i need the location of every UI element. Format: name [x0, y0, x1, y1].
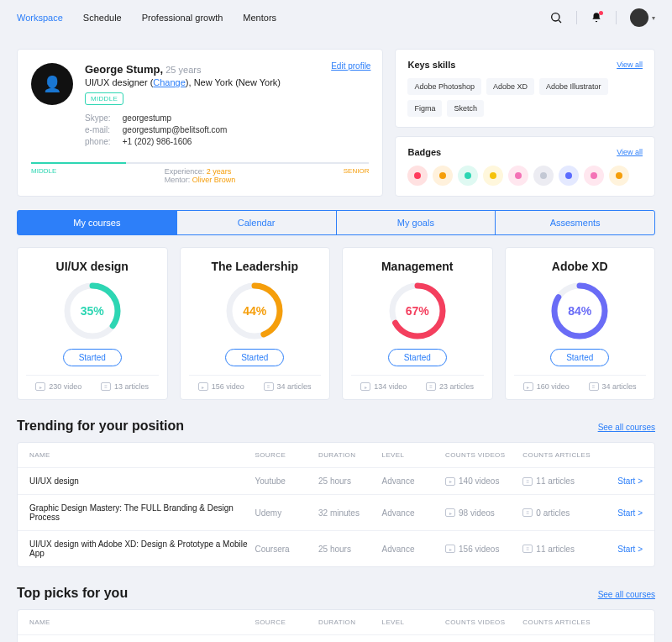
video-icon: ▸: [445, 477, 455, 486]
profile-role: UI/UX designer (Change), New York (New Y…: [85, 77, 281, 87]
trending-table: NAMESOURCEDURATIONLEVELCOUNTS VIDEOSCOUN…: [17, 442, 655, 567]
course-card: Adobe XD84%Started▸160 video≡34 articles: [505, 247, 656, 400]
table-row: UI/UX designYoutube25 hoursAdvance▸140 v…: [18, 467, 654, 494]
video-count: ▸230 video: [35, 382, 81, 391]
video-icon: ▸: [198, 382, 208, 391]
user-menu[interactable]: ▾: [630, 8, 655, 27]
article-icon: ≡: [522, 545, 533, 553]
course-source: Youtube: [255, 476, 319, 486]
course-card: Management67%Started▸134 video≡23 articl…: [342, 247, 493, 400]
picks-title: Top picks for you: [17, 586, 128, 601]
course-title: The Leadership: [189, 260, 322, 273]
skill-chip[interactable]: Sketch: [447, 100, 484, 117]
level-progress: [31, 162, 369, 164]
tab-calendar[interactable]: Calendar: [176, 210, 337, 235]
top-bar: WorkspaceScheduleProfessional growthMent…: [0, 0, 672, 35]
article-icon: ≡: [426, 382, 436, 391]
svg-point-9: [591, 172, 597, 179]
tab-my-goals[interactable]: My goals: [336, 210, 496, 235]
started-button[interactable]: Started: [225, 349, 284, 366]
course-source: Coursera: [255, 545, 319, 554]
nav-schedule[interactable]: Schedule: [83, 13, 122, 23]
change-role-link[interactable]: Change: [153, 77, 186, 87]
table-row: UI/UX design with Adobe XD: Design & Pro…: [18, 530, 654, 566]
course-title: UI/UX design: [26, 260, 159, 273]
started-button[interactable]: Started: [388, 349, 447, 366]
video-icon: ▸: [360, 382, 370, 391]
picks-see-all[interactable]: See all courses: [598, 590, 655, 599]
bell-icon[interactable]: [591, 12, 602, 24]
profile-name: George Stump,: [85, 63, 163, 76]
video-icon: ▸: [35, 382, 45, 391]
course-level: Advance: [382, 545, 446, 554]
svg-point-4: [465, 172, 471, 179]
table-row: Mobile App Design in Photoshop From Scra…: [18, 634, 654, 642]
article-icon: ≡: [589, 382, 599, 391]
badge-icon[interactable]: [559, 166, 579, 186]
tab-my-courses[interactable]: My courses: [17, 210, 177, 235]
start-link[interactable]: Start >: [601, 545, 643, 554]
course-videos: ▸156 videos: [445, 545, 522, 554]
badges-view-all[interactable]: View all: [617, 148, 643, 156]
badge-icon[interactable]: [584, 166, 604, 186]
video-icon: ▸: [445, 545, 455, 553]
nav-professional-growth[interactable]: Professional growth: [142, 13, 223, 23]
contact-block: Skype: georgestump e-mail: georgestump@b…: [85, 113, 281, 146]
start-link[interactable]: Start >: [601, 476, 643, 486]
table-row: Graphic Design Mastery: The FULL Brandin…: [18, 494, 654, 530]
progress-left: MIDDLE: [31, 167, 56, 184]
course-articles: ≡11 articles: [522, 476, 600, 486]
progress-ring: 67%: [388, 282, 447, 340]
course-name: UI/UX design with Adobe XD: Design & Pro…: [29, 539, 255, 558]
nav-mentors[interactable]: Mentors: [243, 13, 276, 23]
badge-icon[interactable]: [533, 166, 554, 186]
svg-point-0: [552, 13, 559, 21]
article-count: ≡13 articles: [101, 382, 149, 391]
divider: [576, 11, 577, 24]
started-button[interactable]: Started: [550, 349, 609, 366]
search-icon[interactable]: [549, 11, 563, 24]
skill-chip[interactable]: Adobe XD: [486, 78, 534, 95]
badge-icon[interactable]: [458, 166, 478, 186]
start-link[interactable]: Start >: [601, 508, 643, 518]
badge-icon[interactable]: [508, 166, 528, 186]
badge-icon[interactable]: [609, 166, 629, 186]
trending-see-all[interactable]: See all courses: [598, 423, 655, 432]
course-level: Advance: [382, 476, 446, 486]
progress-ring: 84%: [550, 282, 609, 340]
tab-assesments[interactable]: Assesments: [495, 210, 655, 235]
video-count: ▸160 video: [523, 382, 570, 391]
course-title: Adobe XD: [514, 260, 647, 273]
badge-icon[interactable]: [433, 166, 453, 186]
edit-profile-link[interactable]: Edit profile: [331, 61, 370, 71]
started-button[interactable]: Started: [63, 349, 122, 366]
badge-icon[interactable]: [407, 166, 428, 186]
skill-chip[interactable]: Adobe Illustrator: [539, 78, 608, 95]
svg-line-1: [559, 20, 561, 23]
avatar: [630, 8, 648, 27]
nav-workspace[interactable]: Workspace: [17, 13, 63, 23]
course-duration: 25 hours: [318, 476, 382, 486]
video-icon: ▸: [445, 508, 455, 517]
skills-view-all[interactable]: View all: [617, 61, 643, 69]
course-duration: 25 hours: [318, 545, 382, 554]
video-count: ▸134 video: [360, 382, 407, 391]
svg-point-6: [515, 172, 522, 179]
skills-title: Keys skills: [407, 60, 455, 70]
picks-table: NAMESOURCEDURATIONLEVELCOUNTS VIDEOSCOUN…: [17, 609, 655, 642]
skill-chip[interactable]: Adobe Photoshop: [407, 78, 481, 95]
badge-icon[interactable]: [483, 166, 503, 186]
profile-age: 25 years: [165, 65, 201, 75]
article-icon: ≡: [522, 508, 533, 517]
article-count: ≡23 articles: [426, 382, 474, 391]
svg-point-3: [439, 172, 446, 179]
badges-title: Badges: [407, 147, 441, 157]
article-icon: ≡: [522, 477, 533, 486]
level-badge: MIDDLE: [85, 92, 123, 105]
article-icon: ≡: [101, 382, 111, 391]
skill-chip[interactable]: Figma: [407, 100, 442, 117]
course-name: Graphic Design Mastery: The FULL Brandin…: [29, 503, 255, 522]
course-title: Management: [351, 260, 484, 273]
skills-panel: Keys skills View all Adobe PhotoshopAdob…: [395, 49, 655, 128]
course-card: The Leadership44%Started▸156 video≡34 ar…: [180, 247, 331, 400]
